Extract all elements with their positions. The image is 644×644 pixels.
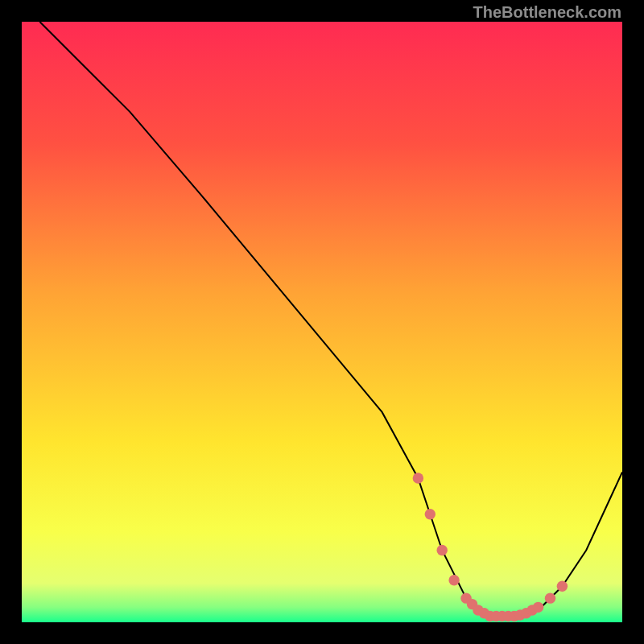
bottleneck-curve-path — [39, 22, 622, 617]
highlight-dot — [448, 575, 459, 585]
highlight-dot — [557, 581, 568, 592]
highlight-dot — [413, 473, 423, 483]
highlight-dot — [545, 592, 555, 603]
highlight-dot — [425, 509, 436, 519]
watermark-text: TheBottleneck.com — [473, 3, 621, 22]
bottleneck-plot: TheBottleneck.com — [0, 0, 644, 644]
plot-svg — [22, 22, 622, 622]
highlight-dot — [533, 602, 543, 613]
highlight-dots-group — [413, 473, 568, 621]
highlight-dot — [436, 545, 447, 555]
